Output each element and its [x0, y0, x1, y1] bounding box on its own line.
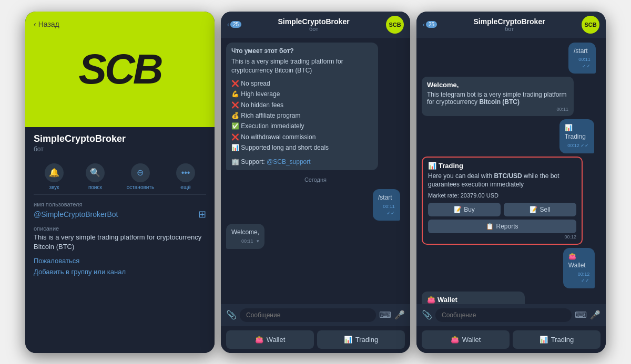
action-search-label: поиск [88, 184, 102, 190]
trading-sent-time: 00:12 ✓✓ [565, 142, 589, 149]
chat-messages-3: /start 00:11 ✓✓ Welcome, This telegram b… [416, 38, 606, 304]
add-link[interactable]: Добавить в группу или канал [34, 268, 206, 276]
action-stop[interactable]: ⊖ остановить [127, 163, 154, 190]
trading-card-icon: 📊 [428, 162, 436, 170]
start-sent-text: /start [574, 47, 588, 55]
chat-input-2[interactable] [240, 308, 376, 322]
trading-label-3: Trading [551, 336, 574, 344]
reports-label: Reports [496, 223, 518, 230]
chat-title-group-2: SimpleCryptoBroker бот [246, 17, 382, 32]
bottom-buttons-3: 👛 Wallet 📊 Trading [416, 326, 606, 353]
action-more-label: ещё [180, 184, 190, 190]
support-link[interactable]: @SCB_support [267, 158, 311, 165]
date-separator: Сегодня [226, 176, 405, 183]
back-badge-3: 25 [426, 21, 437, 28]
welcome-card-text: This telegram bot is a very simple tradi… [427, 91, 568, 106]
sell-icon: 📝 [530, 206, 537, 213]
trading-label-2: Trading [355, 336, 379, 344]
chat-back-3[interactable]: ‹ 25 [423, 21, 437, 28]
profile-info: SimpleCryptoBroker бот 🔔 звук 🔍 поиск ⊖ … [25, 127, 215, 353]
welcome-text: Welcome, [231, 228, 259, 236]
qr-icon[interactable]: ⊞ [198, 209, 206, 220]
wallet-label-3: Wallet [462, 336, 481, 344]
back-chevron: ‹ [34, 20, 36, 28]
trading-button-3[interactable]: 📊 Trading [513, 330, 601, 349]
welcome-card: Welcome, This telegram bot is a very sim… [422, 77, 574, 116]
chat-header-3: ‹ 25 SimpleCryptoBroker бот SCB [416, 12, 606, 38]
main-container: ‹ Назад SCB SimpleCryptoBroker бот 🔔 зву… [0, 0, 631, 364]
description-label: описание [34, 225, 206, 232]
msg-desc: This is a very simple trading platform f… [231, 57, 373, 75]
back-arrow-icon-3: ‹ [423, 21, 425, 28]
chat-title-3: SimpleCryptoBroker [441, 17, 577, 26]
msg-support: 🏢 Support: @SCB_support [231, 158, 373, 167]
username-label: имя пользователя [34, 201, 206, 207]
chat-input-area-3: 📎 ⌨ 🎤 [416, 304, 606, 326]
sell-button[interactable]: 📝 Sell [504, 203, 576, 216]
action-sound[interactable]: 🔔 звук [45, 163, 64, 190]
start-msg-container: /start 00:11 ✓✓ [373, 189, 405, 221]
bot-name: SimpleCryptoBroker [34, 133, 206, 144]
chat-title-group-3: SimpleCryptoBroker бот [441, 17, 577, 32]
search-icon: 🔍 [86, 163, 105, 182]
username-field: имя пользователя @SimpleCryptoBrokerBot … [34, 201, 206, 220]
username-value[interactable]: @SimpleCryptoBrokerBot [34, 210, 118, 219]
profile-header: ‹ Назад SCB [25, 12, 215, 127]
trading-sent-text: Trading [565, 133, 586, 140]
msg-question: Что умеет этот бот? [231, 47, 373, 56]
action-search[interactable]: 🔍 поиск [86, 163, 105, 190]
trading-sent-container: 📊 Trading 00:12 ✓✓ [559, 119, 601, 153]
wallet-label-2: Wallet [267, 336, 286, 344]
trading-card-text: Here you can deal with BTC/USD while the… [428, 172, 576, 190]
description-field: описание This is a very simple trading p… [34, 225, 206, 252]
chat-subtitle-2: бот [246, 26, 382, 32]
trading-button-2[interactable]: 📊 Trading [317, 330, 405, 349]
chat-avatar-3[interactable]: SCB [582, 16, 599, 34]
trading-card-title: 📊 Trading [428, 162, 576, 170]
trading-card-rate: Market rate: 20379.00 USD [428, 192, 576, 199]
wallet-sent-bubble: 👛 Wallet 00:12 ✓✓ [563, 248, 595, 288]
wallet-card-title-text: Wallet [437, 296, 457, 304]
report-link[interactable]: Пожаловаться [34, 257, 206, 265]
chat-input-3[interactable] [435, 308, 572, 322]
welcome-card-time: 00:11 [427, 107, 568, 112]
bell-icon: 🔔 [45, 163, 64, 182]
wallet-button-3[interactable]: 👛 Wallet [422, 330, 510, 349]
scroll-down-icon[interactable]: ▾ [257, 238, 259, 245]
buy-button[interactable]: 📝 Buy [428, 203, 501, 216]
wallet-button-2[interactable]: 👛 Wallet [226, 330, 314, 349]
keyboard-icon-3[interactable]: ⌨ [575, 310, 587, 320]
start-sent-msg: /start 00:11 ✓✓ [568, 43, 601, 74]
start-text: /start [378, 194, 392, 201]
welcome-card-title: Welcome, [427, 81, 568, 89]
chat-back-2[interactable]: ‹ 25 [227, 21, 241, 28]
trading-icon-3: 📊 [540, 336, 548, 344]
chat-title-2: SimpleCryptoBroker [246, 17, 382, 26]
action-sound-label: звук [49, 184, 59, 190]
mic-icon-3[interactable]: 🎤 [590, 310, 601, 320]
chat-input-area-2: 📎 ⌨ 🎤 [221, 304, 410, 326]
panel1-phone: ‹ Назад SCB SimpleCryptoBroker бот 🔔 зву… [25, 12, 215, 353]
action-more[interactable]: ••• ещё [176, 163, 195, 190]
wallet-card: 👛 Wallet Balance: 0.00000400 BTC Leverag… [422, 292, 525, 304]
reports-icon: 📋 [486, 223, 494, 230]
back-button[interactable]: ‹ Назад [34, 20, 59, 28]
trading-card-action-buttons: 📝 Buy 📝 Sell [428, 203, 576, 216]
attach-icon[interactable]: 📎 [226, 310, 237, 320]
buy-icon: 📝 [454, 206, 462, 213]
reports-button[interactable]: 📋 Reports [428, 220, 576, 233]
keyboard-icon[interactable]: ⌨ [379, 310, 391, 320]
bot-description-msg: Что умеет этот бот? This is a very simpl… [226, 43, 378, 171]
buy-label: Buy [464, 206, 475, 213]
stop-icon: ⊖ [131, 163, 150, 182]
chat-avatar-2[interactable]: SCB [386, 16, 404, 34]
trading-card-time: 00:12 [428, 234, 576, 240]
profile-actions: 🔔 звук 🔍 поиск ⊖ остановить ••• ещё [34, 159, 206, 195]
trading-icon-2: 📊 [344, 336, 352, 344]
wallet-card-icon: 👛 [427, 296, 435, 304]
mic-icon[interactable]: 🎤 [394, 310, 405, 320]
scb-logo: SCB [79, 48, 161, 90]
trading-sent-bubble: 📊 Trading 00:12 ✓✓ [559, 119, 595, 153]
sell-label: Sell [540, 206, 550, 213]
attach-icon-3[interactable]: 📎 [422, 310, 432, 320]
